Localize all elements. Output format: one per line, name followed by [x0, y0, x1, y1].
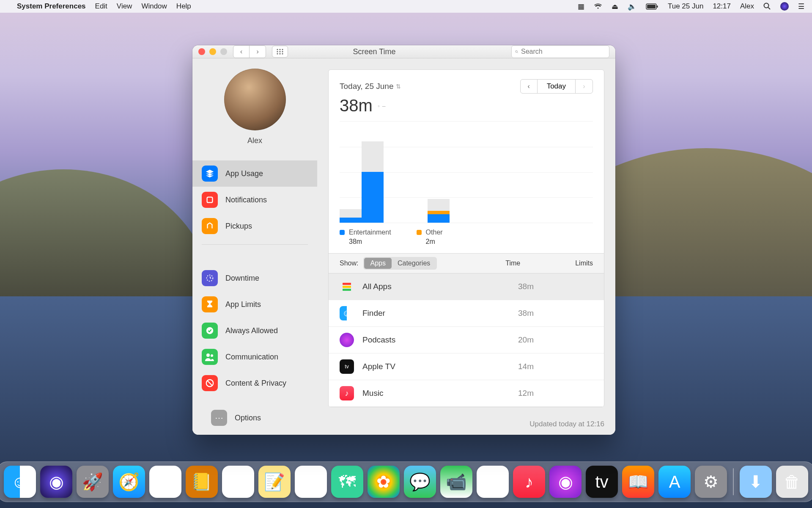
- user-name-label: Alex: [192, 136, 317, 145]
- dock-messages[interactable]: 💬: [404, 466, 436, 498]
- dock-photos[interactable]: ✿: [368, 466, 400, 498]
- sidebar-divider: [202, 244, 308, 245]
- dock-safari[interactable]: 🧭: [113, 466, 145, 498]
- app-row[interactable]: All Apps38m: [329, 273, 604, 300]
- app-row[interactable]: Podcasts20m: [329, 327, 604, 353]
- svg-point-3: [764, 3, 769, 8]
- dock-siri[interactable]: ◉: [40, 466, 72, 498]
- dock-separator: [733, 468, 734, 495]
- menubar-time[interactable]: 12:17: [713, 2, 731, 11]
- menu-help[interactable]: Help: [176, 2, 191, 11]
- app-row[interactable]: tvApple TV14m: [329, 353, 604, 380]
- bar-hour-06: [472, 121, 494, 223]
- zoom-button[interactable]: [220, 48, 227, 55]
- sidebar-item-label: App Usage: [225, 169, 263, 178]
- svg-point-14: [516, 50, 517, 52]
- dock-maps[interactable]: 🗺: [331, 466, 363, 498]
- dock-tv[interactable]: tv: [586, 466, 618, 498]
- app-row[interactable]: ☺Finder38m: [329, 300, 604, 327]
- svg-line-15: [517, 52, 518, 53]
- dock: ☺◉🚀🧭✉︎📒25📝☑︎🗺✿💬📹N♪◉tv📖A⚙︎⬇︎🗑: [0, 461, 812, 502]
- eject-icon[interactable]: ⏏: [612, 2, 618, 11]
- sidebar-item-pickups[interactable]: Pickups: [192, 213, 317, 239]
- main-content: Today, 25 June ⇅ ‹ Today › 38m ◦ –: [317, 58, 615, 435]
- legend-swatch: [340, 230, 345, 235]
- show-segmented-control[interactable]: Apps Categories: [363, 257, 437, 270]
- sidebar-item-downtime[interactable]: Downtime: [192, 265, 317, 291]
- prev-day-button[interactable]: ‹: [521, 80, 538, 93]
- app-time: 38m: [518, 309, 534, 318]
- sidebar-item-label: Downtime: [225, 274, 259, 283]
- wifi-icon[interactable]: [594, 3, 602, 10]
- user-avatar[interactable]: [224, 69, 286, 130]
- next-day-button[interactable]: ›: [576, 80, 593, 93]
- sidebar-item-content-privacy[interactable]: Content & Privacy: [192, 370, 317, 396]
- menu-window[interactable]: Window: [141, 2, 167, 11]
- dock-music[interactable]: ♪: [513, 466, 545, 498]
- dock-reminders[interactable]: ☑︎: [295, 466, 327, 498]
- svg-line-22: [208, 381, 212, 386]
- layers-icon: [202, 166, 218, 182]
- dock-mail[interactable]: ✉︎: [149, 466, 181, 498]
- date-picker[interactable]: Today, 25 June ⇅: [340, 82, 401, 91]
- sidebar-item-label: Content & Privacy: [225, 379, 286, 388]
- battery-icon[interactable]: [646, 3, 658, 10]
- close-button[interactable]: [198, 48, 205, 55]
- menubar-panel-icon[interactable]: ▦: [578, 2, 584, 11]
- sidebar-item-options[interactable]: ⋯ Options: [202, 405, 308, 431]
- volume-icon[interactable]: 🔈: [628, 2, 636, 11]
- show-option-apps[interactable]: Apps: [364, 258, 391, 269]
- bell-icon: [202, 192, 218, 208]
- menubar-date[interactable]: Tue 25 Jun: [668, 2, 703, 11]
- dock-news[interactable]: N: [477, 466, 509, 498]
- dock-calendar[interactable]: 25: [222, 466, 254, 498]
- menu-edit[interactable]: Edit: [95, 2, 107, 11]
- bar-hour-09: [538, 121, 560, 223]
- siri-icon[interactable]: [780, 2, 789, 11]
- spotlight-icon[interactable]: [763, 3, 771, 10]
- legend-label: Entertainment: [349, 229, 391, 236]
- dock-system-preferences[interactable]: ⚙︎: [695, 466, 727, 498]
- sidebar-item-communication[interactable]: Communication: [192, 344, 317, 370]
- bar-hour-07: [494, 121, 516, 223]
- dock-notes[interactable]: 📝: [258, 466, 291, 498]
- svg-line-4: [768, 8, 771, 10]
- dock-downloads[interactable]: ⬇︎: [740, 466, 772, 498]
- dock-app-store[interactable]: A: [658, 466, 691, 498]
- sidebar-item-label: Always Allowed: [225, 326, 278, 335]
- dock-finder[interactable]: ☺: [4, 466, 36, 498]
- updown-icon: ⇅: [396, 83, 401, 90]
- bar-hour-10: [560, 121, 582, 223]
- pickup-icon: [202, 218, 218, 234]
- dock-launchpad[interactable]: 🚀: [77, 466, 109, 498]
- app-menu[interactable]: System Preferences: [17, 2, 86, 11]
- sidebar-item-app-limits[interactable]: App Limits: [192, 291, 317, 318]
- sidebar-item-label: Options: [235, 414, 261, 422]
- svg-rect-2: [657, 6, 658, 8]
- today-button[interactable]: Today: [538, 80, 576, 93]
- dock-trash[interactable]: 🗑: [776, 466, 808, 498]
- bar-hour-00: [340, 121, 362, 223]
- dock-books[interactable]: 📖: [622, 466, 654, 498]
- minimize-button[interactable]: [209, 48, 216, 55]
- sidebar-item-always-allowed[interactable]: Always Allowed: [192, 318, 317, 344]
- dock-contacts[interactable]: 📒: [186, 466, 218, 498]
- show-option-categories[interactable]: Categories: [392, 258, 436, 269]
- sidebar-item-app-usage[interactable]: App Usage: [192, 160, 317, 187]
- legend-value: 2m: [426, 238, 443, 246]
- bar-hour-03: [406, 121, 428, 223]
- search-input[interactable]: [521, 48, 606, 55]
- dock-podcasts[interactable]: ◉: [549, 466, 582, 498]
- notification-center-icon[interactable]: ☰: [798, 2, 804, 11]
- app-time: 38m: [518, 282, 534, 291]
- menu-view[interactable]: View: [117, 2, 132, 11]
- window-title: Screen Time: [243, 47, 505, 56]
- search-field[interactable]: [511, 45, 609, 58]
- updated-label: Updated today at 12:16: [328, 412, 604, 428]
- app-row[interactable]: ♪Music12m: [329, 380, 604, 407]
- menubar-user[interactable]: Alex: [740, 2, 754, 11]
- sidebar-item-notifications[interactable]: Notifications: [192, 187, 317, 213]
- dock-facetime[interactable]: 📹: [440, 466, 472, 498]
- sidebar-item-label: Pickups: [225, 222, 252, 231]
- app-list: All Apps38m☺Finder38mPodcasts20mtvApple …: [329, 273, 604, 407]
